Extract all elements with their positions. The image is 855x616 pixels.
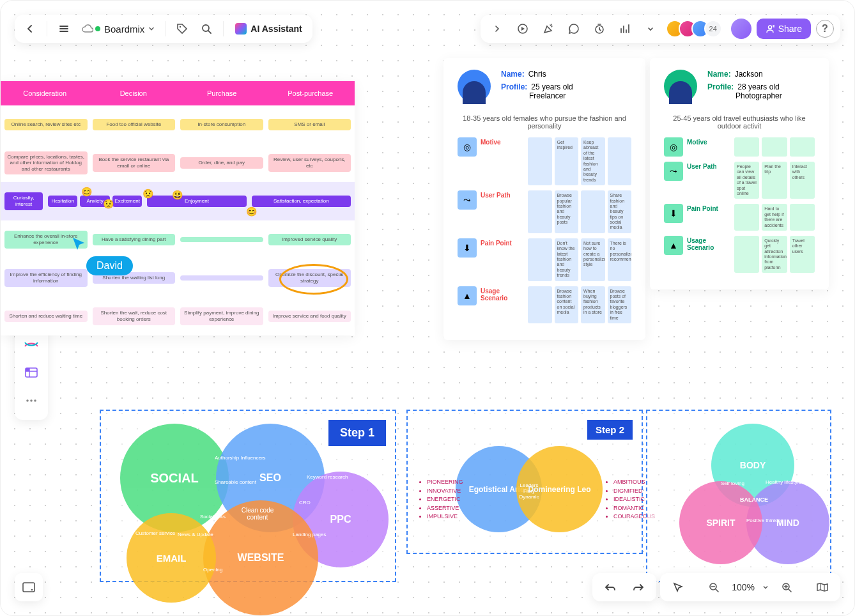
venn-frame-1[interactable]: Step 1 SOCIAL SEO PPC WEBSITE EMAIL Clea… (100, 410, 396, 582)
zoom-value[interactable]: 100% (732, 582, 755, 592)
journey-cell[interactable]: Order, dine, and pay (180, 157, 263, 169)
persona-card[interactable]: Name:Chris Profile:25 years old Freelanc… (443, 58, 645, 340)
persona-note[interactable]: Browse popular fashion and beauty posts (555, 190, 579, 233)
persona-note[interactable] (734, 236, 759, 273)
journey-cell[interactable]: Compare prices, locations, tastes, and o… (4, 151, 88, 175)
persona-note[interactable] (790, 137, 815, 157)
collaborators[interactable]: 24 (671, 20, 722, 38)
journey-cell[interactable]: Improved service quality (268, 234, 351, 245)
section-icon: ⤳ (664, 162, 683, 181)
venn-label: Opening (203, 567, 222, 573)
present-button[interactable] (512, 19, 533, 39)
timer-button[interactable] (589, 19, 610, 39)
persona-note[interactable]: Don't know the latest fashion and beauty… (555, 238, 579, 281)
journey-map[interactable]: Consideration Decision Purchase Post-pur… (1, 81, 355, 335)
persona-note[interactable]: Get inspired (555, 137, 579, 185)
persona-note[interactable]: Share fashion and beauty tips on social … (608, 190, 632, 233)
chevron-right-button[interactable] (487, 19, 507, 39)
menu-button[interactable] (54, 19, 74, 39)
persona-note[interactable]: Browse fashion content on social media (555, 286, 579, 323)
journey-cell[interactable]: Satisfaction, expectation (252, 196, 351, 207)
search-button[interactable] (196, 19, 217, 39)
persona-note[interactable] (608, 137, 632, 185)
journey-cell[interactable] (180, 275, 263, 281)
persona-note[interactable]: Not sure how to create a personalized st… (581, 238, 605, 281)
svg-rect-13 (23, 583, 35, 592)
persona-note[interactable]: Keep abreast of the latest fashion and b… (581, 137, 605, 185)
journey-cell[interactable]: Curiosity, interest (4, 192, 43, 210)
pointer-tool[interactable] (668, 577, 688, 597)
journey-cell[interactable]: In-store consumption (180, 119, 263, 130)
persona-note[interactable] (528, 190, 552, 233)
share-button[interactable]: Share (757, 19, 811, 39)
minimap-button[interactable] (812, 577, 833, 597)
section-label: Motive (481, 137, 524, 185)
section-label: User Path (687, 162, 730, 199)
venn-circle[interactable]: EMAIL (127, 513, 216, 603)
journey-cell[interactable]: Hesitation (48, 196, 77, 207)
cursor-icon (71, 236, 88, 252)
journey-cell[interactable]: Food too official website (93, 119, 176, 130)
persona-profile: 28 years old (737, 82, 779, 91)
comment-button[interactable] (564, 19, 584, 39)
more-tools-button[interactable] (640, 19, 661, 39)
ai-logo-icon (235, 23, 247, 35)
persona-note[interactable]: Interact with others (790, 162, 815, 199)
profile-avatar[interactable] (731, 19, 751, 39)
persona-note[interactable]: Quickly get attraction information from … (762, 236, 787, 273)
zoom-bar: 100% (660, 573, 840, 601)
persona-note[interactable]: People can view all details of a travel … (734, 162, 759, 199)
undo-button[interactable] (600, 577, 620, 597)
journey-cell[interactable] (180, 237, 263, 242)
journey-cell[interactable]: Simplify payment, improve dining experie… (180, 307, 263, 325)
journey-cell[interactable]: Shorten the wait, reduce cost booking or… (93, 307, 176, 325)
persona-note[interactable] (734, 137, 759, 157)
highlighter-tool[interactable] (19, 332, 44, 357)
persona-note[interactable] (528, 286, 552, 323)
persona-note[interactable]: Browse posts of favorite bloggers in fre… (608, 286, 632, 323)
journey-cell[interactable]: Enjoyment (147, 196, 246, 207)
back-button[interactable] (20, 19, 40, 39)
persona-note[interactable] (790, 204, 815, 231)
persona-note[interactable]: When buying fashion products in a store (581, 286, 605, 323)
journey-cell[interactable]: Excitement (112, 196, 142, 207)
section-icon: ◎ (458, 137, 477, 157)
section-label: Usage Scenario (481, 286, 524, 323)
more-tools[interactable] (19, 388, 44, 413)
persona-note[interactable]: Plan the trip (762, 162, 787, 199)
step-badge: Step 2 (587, 420, 633, 440)
journey-cell[interactable]: Improve service and food quality (268, 311, 351, 322)
persona-note[interactable] (528, 137, 552, 185)
persona-note[interactable] (528, 238, 552, 281)
journey-cell[interactable]: Review, user surveys, coupons, etc (268, 154, 351, 171)
persona-note[interactable] (762, 137, 787, 157)
table-tool[interactable] (19, 360, 44, 385)
help-button[interactable]: ? (816, 20, 834, 38)
journey-cell[interactable]: SMS or email (268, 119, 351, 130)
persona-note[interactable]: There is no personalized recommendation (608, 238, 632, 281)
document-title[interactable]: Boardmix (78, 24, 158, 35)
layers-button[interactable] (15, 573, 43, 601)
venn-label: Customer service (135, 531, 175, 537)
chevron-down-icon[interactable] (762, 584, 769, 590)
persona-note[interactable]: Travel other users (790, 236, 815, 273)
venn-frame-3[interactable]: BODY MIND SPIRIT BALANCE Self loving Hea… (646, 410, 831, 582)
celebrate-button[interactable] (538, 19, 558, 39)
journey-cell[interactable]: Shorten and reduce waiting time (4, 311, 88, 322)
tag-button[interactable] (172, 19, 192, 39)
persona-note[interactable] (581, 190, 605, 233)
chart-button[interactable] (615, 19, 635, 39)
venn-list-item: PIONEERING (427, 478, 463, 487)
zoom-in-button[interactable] (776, 577, 797, 597)
venn-frame-2[interactable]: Step 2 Egotistical Aries Domineering Leo… (406, 410, 643, 554)
persona-note[interactable] (734, 204, 759, 231)
persona-note[interactable]: Hard to get help if there are accidents (762, 204, 787, 231)
journey-cell[interactable]: Book the service restaurant via email or… (93, 154, 176, 171)
journey-cell[interactable]: Online search, review sites etc (4, 119, 88, 130)
persona-profile: Photographer (736, 91, 782, 100)
persona-card[interactable]: Name:Jackson Profile:28 years old Photog… (650, 58, 829, 289)
zoom-out-button[interactable] (704, 577, 724, 597)
ai-assistant-button[interactable]: AI Assistant (230, 19, 307, 39)
journey-cell[interactable]: Optimize the discount, special strategy (268, 269, 351, 286)
redo-button[interactable] (628, 577, 649, 597)
